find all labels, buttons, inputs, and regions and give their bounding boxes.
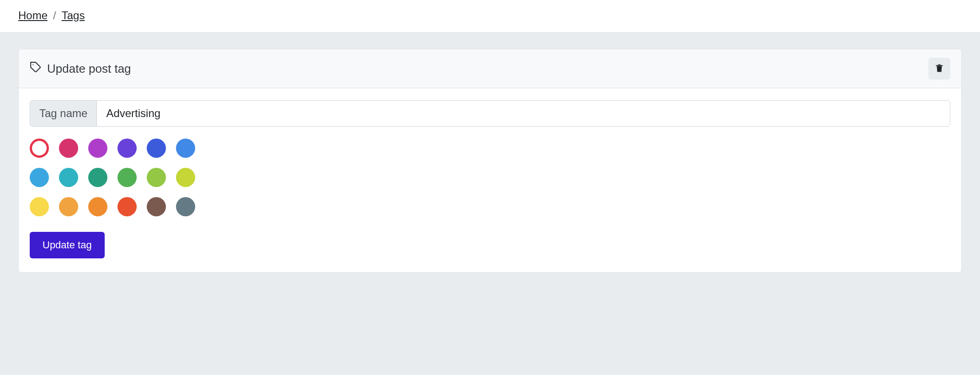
color-row — [30, 197, 950, 216]
card-body: Tag name Update tag — [19, 88, 961, 272]
color-swatch[interactable] — [30, 168, 49, 187]
color-swatch[interactable] — [147, 168, 166, 187]
color-swatch[interactable] — [117, 197, 137, 216]
card-header: Update post tag — [19, 49, 961, 88]
color-swatch[interactable] — [117, 168, 137, 187]
color-swatch[interactable] — [59, 139, 78, 158]
tag-name-input[interactable] — [97, 101, 950, 126]
color-swatch[interactable] — [147, 197, 166, 216]
color-swatch[interactable] — [176, 168, 195, 187]
color-picker — [30, 139, 950, 216]
color-swatch[interactable] — [88, 168, 107, 187]
card-title-text: Update post tag — [47, 62, 131, 76]
breadcrumb-tags-link[interactable]: Tags — [62, 9, 85, 22]
color-swatch[interactable] — [30, 139, 49, 158]
tag-name-input-group: Tag name — [30, 100, 950, 127]
color-swatch[interactable] — [30, 197, 49, 216]
page-background: Update post tag Tag name Upd — [0, 32, 980, 375]
update-tag-card: Update post tag Tag name Upd — [18, 49, 962, 273]
tag-name-label: Tag name — [30, 101, 97, 126]
trash-icon — [934, 63, 944, 75]
breadcrumb-separator: / — [53, 9, 56, 22]
color-swatch[interactable] — [88, 197, 107, 216]
color-swatch[interactable] — [59, 168, 78, 187]
color-swatch[interactable] — [88, 139, 107, 158]
breadcrumb: Home / Tags — [18, 9, 962, 22]
color-swatch[interactable] — [117, 139, 137, 158]
breadcrumb-home-link[interactable]: Home — [18, 9, 48, 22]
color-row — [30, 139, 950, 158]
color-swatch[interactable] — [176, 139, 195, 158]
breadcrumb-bar: Home / Tags — [0, 0, 980, 32]
color-swatch[interactable] — [147, 139, 166, 158]
delete-button[interactable] — [928, 58, 950, 80]
color-swatch[interactable] — [176, 197, 195, 216]
tag-icon — [30, 61, 42, 76]
color-row — [30, 168, 950, 187]
card-title: Update post tag — [30, 61, 131, 76]
color-swatch[interactable] — [59, 197, 78, 216]
update-tag-button[interactable]: Update tag — [30, 232, 105, 258]
